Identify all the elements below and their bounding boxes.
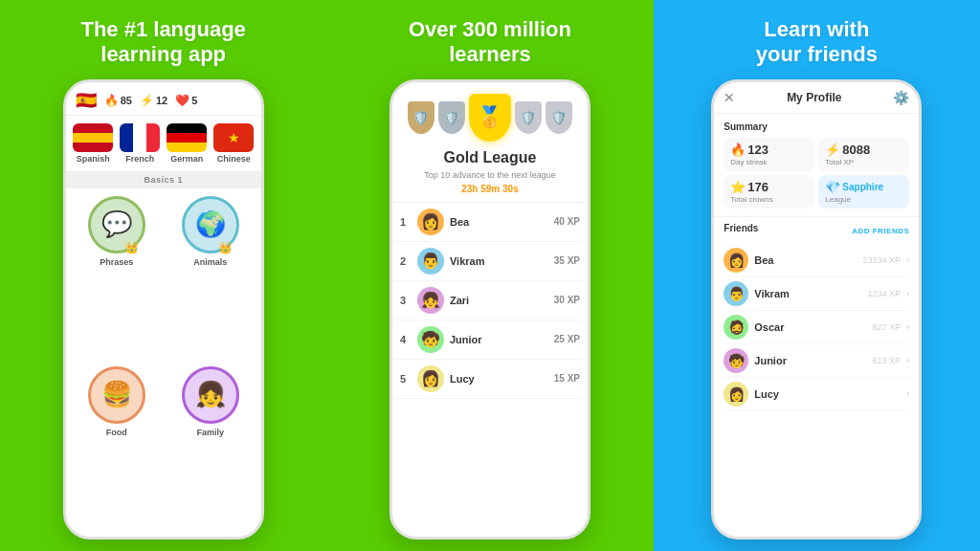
phone-header: 🇪🇸 🔥 85 ⚡ 12 ❤️ 5: [66, 82, 261, 116]
friends-header: Friends ADD FRIENDS: [724, 223, 909, 239]
league-timer: 23h 59m 30s: [461, 184, 519, 194]
shield-gold: 🥇: [469, 94, 511, 142]
friend-avatar-oscar: 🧔: [724, 315, 748, 340]
skill-animals[interactable]: 🌍 👑 Animals: [167, 196, 254, 359]
panel-3-title: Learn with your friends: [756, 17, 878, 68]
league-shields: 🛡️ 🛡️ 🥇 🛡️ 🛡️: [408, 94, 572, 142]
league-header: 🛡️ 🛡️ 🥇 🛡️ 🛡️ Gold League Top 10 advance…: [392, 82, 588, 203]
leaderboard: 1 👩 Bea 40 XP 2 👨 Vikram 35 XP 3 👧 Zari …: [392, 203, 588, 537]
lb-row-1[interactable]: 1 👩 Bea 40 XP: [392, 203, 588, 242]
chevron-right-icon: ›: [906, 254, 909, 265]
lb-row-4[interactable]: 4 🧒 Junior 25 XP: [392, 320, 588, 360]
lang-spanish[interactable]: Spanish: [72, 123, 115, 164]
phone-2: 🛡️ 🛡️ 🥇 🛡️ 🛡️ Gold League Top 10 advance…: [390, 79, 590, 540]
friend-junior[interactable]: 🧒 Junior 613 XP ›: [724, 344, 909, 378]
lb-avatar-2: 👨: [417, 248, 444, 275]
lb-avatar-5: 👩: [417, 365, 444, 392]
chevron-right-icon-2: ›: [906, 288, 909, 298]
skill-phrases[interactable]: 💬 👑 Phrases: [74, 196, 160, 359]
shield-gray-2: 🛡️: [546, 101, 572, 134]
add-friends-button[interactable]: ADD FRIENDS: [852, 227, 909, 235]
lb-row-5[interactable]: 5 👩 Lucy 15 XP: [392, 360, 588, 399]
summary-xp: ⚡ 8088 Total XP: [818, 138, 909, 171]
skill-food-circle: 🍔: [88, 366, 145, 424]
skill-family[interactable]: 👧 Family: [167, 366, 254, 529]
lang-german[interactable]: German: [166, 123, 209, 164]
league-subtitle: Top 10 advance to the next league: [424, 170, 556, 180]
lb-row-2[interactable]: 2 👨 Vikram 35 XP: [392, 242, 588, 281]
summary-grid: 🔥 123 Day streak ⚡ 8088 Total XP ⭐ 176: [724, 138, 909, 209]
lb-avatar-4: 🧒: [417, 326, 444, 353]
phone-1: 🇪🇸 🔥 85 ⚡ 12 ❤️ 5 Spanish French: [63, 79, 264, 540]
lb-avatar-1: 👩: [417, 209, 444, 235]
panel-3: Learn with your friends ✕ My Profile ⚙️ …: [654, 0, 980, 551]
chevron-right-icon-4: ›: [906, 355, 909, 365]
profile-header: ✕ My Profile ⚙️: [714, 82, 919, 114]
panel-1-title: The #1 language learning app: [80, 17, 245, 68]
lightning-icon: ⚡: [825, 143, 840, 157]
crown-icon-2: 👑: [218, 241, 233, 254]
lang-chinese[interactable]: ★ Chinese: [212, 123, 256, 164]
main-flag: 🇪🇸: [76, 90, 97, 111]
friend-avatar-junior: 🧒: [724, 348, 748, 373]
summary-streak: 🔥 123 Day streak: [724, 138, 814, 171]
skill-phrases-circle: 💬 👑: [88, 196, 145, 253]
friend-avatar-bea: 👩: [724, 248, 748, 273]
shield-silver: 🛡️: [438, 101, 465, 134]
fire-icon: 🔥: [730, 143, 746, 157]
lang-french[interactable]: French: [119, 123, 162, 164]
chevron-right-icon-3: ›: [906, 321, 909, 332]
panel-2-title: Over 300 million learners: [409, 17, 571, 68]
stat-hearts: ❤️ 5: [175, 94, 197, 107]
gear-icon[interactable]: ⚙️: [893, 90, 909, 105]
chevron-right-icon-5: ›: [906, 388, 909, 399]
skill-grid: 💬 👑 Phrases 🌍 👑 Animals 🍔 Food 👧 Family: [66, 188, 261, 537]
basics-label: Basics 1: [66, 171, 261, 188]
stat-fire: 🔥 85: [104, 94, 132, 107]
lb-avatar-3: 👧: [417, 287, 444, 314]
skill-family-circle: 👧: [182, 366, 239, 424]
summary-league: 💎 Sapphire League: [818, 175, 909, 209]
friend-avatar-lucy: 👩: [724, 382, 748, 407]
friend-vikram[interactable]: 👨 Vikram 1234 XP ›: [724, 277, 909, 311]
close-icon[interactable]: ✕: [724, 90, 735, 105]
lb-row-3[interactable]: 3 👧 Zari 30 XP: [392, 281, 588, 320]
friend-lucy[interactable]: 👩 Lucy ›: [724, 378, 909, 411]
friend-bea[interactable]: 👩 Bea 23234 XP ›: [724, 244, 909, 277]
summary-section: Summary 🔥 123 Day streak ⚡ 8088 Total XP: [714, 114, 919, 217]
shield-bronze: 🛡️: [408, 101, 434, 134]
friend-oscar[interactable]: 🧔 Oscar 827 XP ›: [724, 311, 909, 344]
language-grid: Spanish French German ★ Chinese: [66, 116, 261, 171]
star-icon: ⭐: [730, 180, 746, 194]
stat-lightning: ⚡ 12: [140, 94, 167, 107]
crown-icon: 👑: [124, 241, 139, 254]
skill-food[interactable]: 🍔 Food: [74, 366, 160, 529]
diamond-icon: 💎: [825, 180, 840, 194]
panel-1: The #1 language learning app 🇪🇸 🔥 85 ⚡ 1…: [0, 0, 326, 551]
panel-2: Over 300 million learners 🛡️ 🛡️ 🥇 🛡️ 🛡️ …: [326, 0, 653, 551]
friends-section: Friends ADD FRIENDS 👩 Bea 23234 XP › 👨 V…: [714, 217, 919, 537]
skill-animals-circle: 🌍 👑: [182, 196, 239, 253]
league-title: Gold League: [444, 149, 537, 166]
friend-avatar-vikram: 👨: [724, 281, 748, 306]
shield-gray-1: 🛡️: [515, 101, 542, 134]
summary-crowns: ⭐ 176 Total crowns: [724, 175, 814, 209]
phone-3: ✕ My Profile ⚙️ Summary 🔥 123 Day streak…: [711, 79, 922, 540]
